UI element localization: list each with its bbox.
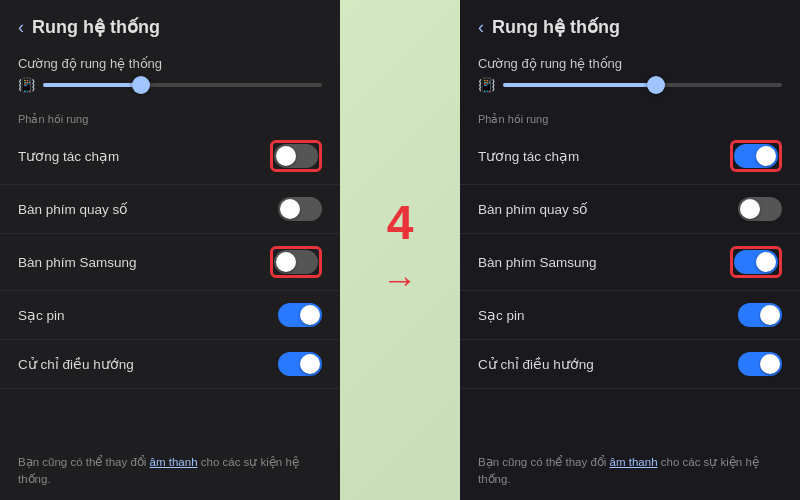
left-header: ‹ Rung hệ thống: [0, 0, 340, 48]
left-toggle-knob-2: [276, 252, 296, 272]
left-slider-fill: [43, 83, 141, 87]
right-item-sac-pin: Sạc pin: [460, 291, 800, 340]
right-slider-track[interactable]: [503, 83, 782, 87]
right-toggle-knob-3: [760, 305, 780, 325]
left-item-ban-phim-quay-so: Bàn phím quay số: [0, 185, 340, 234]
left-toggle-sac-pin[interactable]: [278, 303, 322, 327]
right-item-cu-chi-dieu-huong: Cử chỉ điều hướng: [460, 340, 800, 389]
left-slider-row: 📳: [18, 77, 322, 93]
right-slider-row: 📳: [478, 77, 782, 93]
right-label-ban-phim-samsung: Bàn phím Samsung: [478, 255, 597, 270]
right-vibration-icon: 📳: [478, 77, 495, 93]
left-item-sac-pin: Sạc pin: [0, 291, 340, 340]
right-highlight-ban-phim-samsung: [730, 246, 782, 278]
middle-area: 4 →: [340, 0, 460, 500]
left-toggle-knob-3: [300, 305, 320, 325]
left-title: Rung hệ thống: [32, 16, 160, 38]
right-toggle-sac-pin[interactable]: [738, 303, 782, 327]
right-toggle-ban-phim-samsung[interactable]: [734, 250, 778, 274]
left-back-button[interactable]: ‹: [18, 17, 24, 38]
left-item-tuong-tac-cham: Tương tác chạm: [0, 128, 340, 185]
right-label-ban-phim-quay-so: Bàn phím quay số: [478, 201, 588, 217]
right-toggle-tuong-tac-cham[interactable]: [734, 144, 778, 168]
right-label-tuong-tac-cham: Tương tác chạm: [478, 148, 579, 164]
right-label-cu-chi-dieu-huong: Cử chỉ điều hướng: [478, 356, 594, 372]
left-intensity-section: Cường độ rung hệ thống 📳: [0, 48, 340, 105]
right-slider-thumb[interactable]: [647, 76, 665, 94]
left-toggle-knob-4: [300, 354, 320, 374]
left-toggle-tuong-tac-cham[interactable]: [274, 144, 318, 168]
right-phan-hoi-label: Phản hồi rung: [460, 109, 800, 128]
right-footer: Bạn cũng có thể thay đổi âm thanh cho cá…: [460, 442, 800, 501]
left-panel: ‹ Rung hệ thống Cường độ rung hệ thống 📳…: [0, 0, 340, 500]
left-slider-track[interactable]: [43, 83, 322, 87]
step-number: 4: [387, 199, 414, 247]
left-label-cu-chi-dieu-huong: Cử chỉ điều hướng: [18, 356, 134, 372]
right-item-ban-phim-quay-so: Bàn phím quay số: [460, 185, 800, 234]
right-toggle-knob-4: [760, 354, 780, 374]
left-toggle-knob-0: [276, 146, 296, 166]
left-toggle-ban-phim-quay-so[interactable]: [278, 197, 322, 221]
left-label-ban-phim-samsung: Bàn phím Samsung: [18, 255, 137, 270]
right-item-ban-phim-samsung: Bàn phím Samsung: [460, 234, 800, 291]
right-title: Rung hệ thống: [492, 16, 620, 38]
right-toggle-ban-phim-quay-so[interactable]: [738, 197, 782, 221]
left-vibration-icon: 📳: [18, 77, 35, 93]
right-intensity-section: Cường độ rung hệ thống 📳: [460, 48, 800, 105]
left-toggle-ban-phim-samsung[interactable]: [274, 250, 318, 274]
left-intensity-label: Cường độ rung hệ thống: [18, 56, 322, 71]
left-highlight-tuong-tac-cham: [270, 140, 322, 172]
left-toggle-knob-1: [280, 199, 300, 219]
arrow-right-icon: →: [382, 259, 418, 301]
left-label-sac-pin: Sạc pin: [18, 307, 65, 323]
right-back-button[interactable]: ‹: [478, 17, 484, 38]
left-item-ban-phim-samsung: Bàn phím Samsung: [0, 234, 340, 291]
left-slider-thumb[interactable]: [132, 76, 150, 94]
right-item-tuong-tac-cham: Tương tác chạm: [460, 128, 800, 185]
right-label-sac-pin: Sạc pin: [478, 307, 525, 323]
right-panel: ‹ Rung hệ thống Cường độ rung hệ thống 📳…: [460, 0, 800, 500]
left-item-cu-chi-dieu-huong: Cử chỉ điều hướng: [0, 340, 340, 389]
right-header: ‹ Rung hệ thống: [460, 0, 800, 48]
left-highlight-ban-phim-samsung: [270, 246, 322, 278]
left-footer-link[interactable]: âm thanh: [150, 456, 198, 468]
left-label-ban-phim-quay-so: Bàn phím quay số: [18, 201, 128, 217]
left-phan-hoi-label: Phản hồi rung: [0, 109, 340, 128]
right-toggle-cu-chi-dieu-huong[interactable]: [738, 352, 782, 376]
right-toggle-knob-2: [756, 252, 776, 272]
right-toggle-knob-0: [756, 146, 776, 166]
left-toggle-cu-chi-dieu-huong[interactable]: [278, 352, 322, 376]
right-highlight-tuong-tac-cham: [730, 140, 782, 172]
left-footer: Bạn cũng có thể thay đổi âm thanh cho cá…: [0, 442, 340, 501]
right-toggle-knob-1: [740, 199, 760, 219]
right-slider-fill: [503, 83, 656, 87]
right-footer-link[interactable]: âm thanh: [610, 456, 658, 468]
left-label-tuong-tac-cham: Tương tác chạm: [18, 148, 119, 164]
right-intensity-label: Cường độ rung hệ thống: [478, 56, 782, 71]
